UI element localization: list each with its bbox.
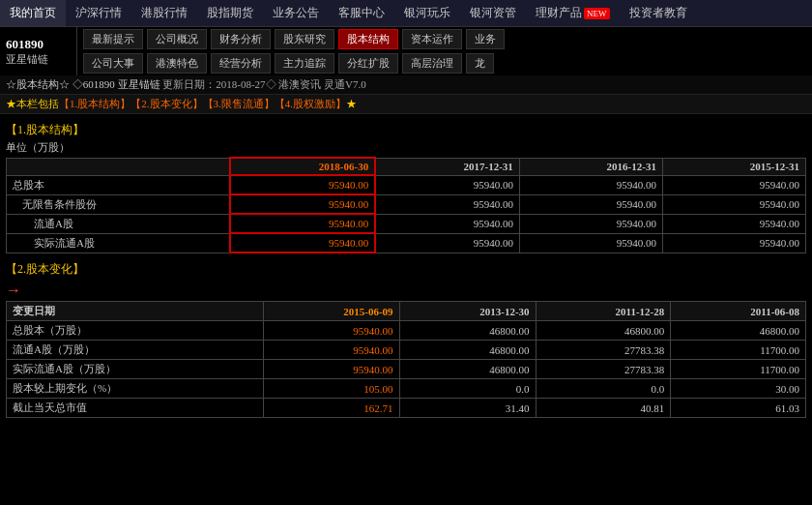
section2-title: 【2.股本变化】 [6, 261, 806, 278]
row-label: 流通A股（万股） [7, 341, 264, 360]
tab-capital-operations[interactable]: 资本运作 [402, 29, 462, 49]
cell-val: 95940.00 [375, 233, 519, 252]
tab-business[interactable]: 业务 [466, 29, 505, 49]
cell-val: 31.40 [399, 399, 536, 418]
top-navigation: 我的首页 沪深行情 港股行情 股指期货 业务公告 客服中心 银河玩乐 银河资管 … [0, 0, 812, 27]
cell-val: 27783.38 [536, 360, 671, 379]
cell-val: 95940.00 [662, 194, 805, 214]
down-arrow-icon: → [6, 282, 21, 298]
cell-val: 46800.00 [399, 360, 536, 379]
row-label: 总股本 [7, 175, 230, 194]
cell-val: 95940.00 [230, 233, 375, 252]
cell-val: 40.81 [536, 399, 671, 418]
nav-shanghai[interactable]: 沪深行情 [66, 0, 131, 26]
row-label: 截止当天总市值 [7, 399, 264, 418]
section1-title: 【1.股本结构】 [6, 122, 806, 138]
tab-company-events[interactable]: 公司大事 [83, 53, 143, 74]
tab-main-tracking[interactable]: 主力追踪 [275, 53, 334, 74]
cell-val: 95940.00 [519, 233, 662, 252]
cell-val: 46800.00 [536, 321, 671, 341]
cell-val: 95940.00 [519, 214, 662, 233]
table-row: 截止当天总市值 162.71 31.40 40.81 61.03 [7, 399, 806, 418]
nav-hk[interactable]: 港股行情 [131, 0, 197, 26]
tab-dividend[interactable]: 分红扩股 [338, 53, 398, 74]
section1-col-4: 2015-12-31 [662, 158, 805, 175]
row-label: 总股本（万股） [7, 321, 264, 341]
section1-header-label [7, 158, 230, 175]
tab-row-1: 最新提示 公司概况 财务分析 股东研究 股本结构 资本运作 业务 [81, 27, 812, 51]
cell-val: 46800.00 [399, 321, 536, 341]
cell-val: 11700.00 [671, 341, 806, 360]
section1-col-3: 2016-12-31 [519, 158, 662, 175]
cell-val: 95940.00 [519, 175, 662, 194]
highlight-item-3: 【3.限售流通】 [203, 98, 275, 109]
section2-container: 【2.股本变化】 → 变更日期 2015-06-09 2013-12-30 20… [6, 261, 806, 418]
nav-entertainment[interactable]: 银河玩乐 [394, 0, 460, 26]
section1-table: 2018-06-30 2017-12-31 2016-12-31 2015-12… [6, 157, 806, 253]
cell-val: 30.00 [671, 379, 806, 399]
section-highlight-bar: ★本栏包括【1.股本结构】【2.股本变化】【3.限售流通】【4.股权激励】★ [0, 95, 812, 114]
tab-hk-special[interactable]: 港澳特色 [147, 53, 207, 74]
cell-val: 0.0 [536, 379, 671, 399]
table-row: 实际流通A股 95940.00 95940.00 95940.00 95940.… [7, 233, 806, 252]
section2-table: 变更日期 2015-06-09 2013-12-30 2011-12-28 20… [6, 301, 806, 418]
cell-val: 95940.00 [662, 233, 805, 252]
stock-code-area: 601890 亚星锚链 [0, 27, 77, 75]
nav-education[interactable]: 投资者教育 [620, 0, 697, 26]
nav-futures[interactable]: 股指期货 [197, 0, 263, 26]
section2-arrow: → [6, 280, 806, 301]
section2-col-header-2: 2013-12-30 [399, 302, 536, 321]
section1-unit: 单位（万股） [6, 140, 806, 155]
section1-col-1: 2018-06-30 [230, 158, 375, 175]
section2-col-header-0: 变更日期 [7, 302, 264, 321]
row-label: 流通A股 [7, 214, 230, 233]
cell-val: 95940.00 [662, 175, 805, 194]
cell-val: 95940.00 [519, 194, 662, 214]
tab-latest-tips[interactable]: 最新提示 [83, 29, 143, 49]
info-code: 601890 [83, 78, 115, 90]
section2-col-header-4: 2011-06-08 [671, 302, 806, 321]
nav-asset-mgmt[interactable]: 银河资管 [460, 0, 526, 26]
section2-col-header-3: 2011-12-28 [536, 302, 671, 321]
main-content: 【1.股本结构】 单位（万股） 2018-06-30 2017-12-31 20… [0, 114, 812, 422]
info-name: 亚星锚链 [118, 78, 160, 90]
stock-code: 601890 [6, 37, 71, 52]
tab-governance[interactable]: 高层治理 [402, 53, 462, 74]
tab-shareholder-research[interactable]: 股东研究 [275, 29, 334, 49]
tab-operation-analysis[interactable]: 经营分析 [211, 53, 271, 74]
row-label: 无限售条件股份 [7, 194, 230, 214]
cell-val: 95940.00 [375, 194, 519, 214]
nav-announcements[interactable]: 业务公告 [263, 0, 329, 26]
highlight-item-1: 【1.股本结构】 [59, 98, 130, 109]
cell-val: 95940.00 [263, 341, 399, 360]
nav-financial[interactable]: 理财产品 NEW [526, 0, 620, 26]
row-label: 实际流通A股 [7, 233, 230, 252]
row-label: 实际流通A股（万股） [7, 360, 264, 379]
cell-val: 95940.00 [263, 360, 399, 379]
table-row: 股本较上期变化（%） 105.00 0.0 0.0 30.00 [7, 379, 806, 399]
table-row: 总股本 95940.00 95940.00 95940.00 95940.00 [7, 175, 806, 194]
nav-home[interactable]: 我的首页 [0, 0, 66, 26]
section1-col-2: 2017-12-31 [375, 158, 519, 175]
cell-val: 27783.38 [536, 341, 671, 360]
highlight-item-2: 【2.股本变化】 [130, 98, 202, 109]
tab-share-structure[interactable]: 股本结构 [338, 29, 398, 49]
section2-col-header-1: 2015-06-09 [263, 302, 399, 321]
cell-val: 162.71 [263, 399, 399, 418]
stock-name: 亚星锚链 [6, 52, 71, 67]
highlight-item-4: 【4.股权激励】 [275, 98, 346, 109]
cell-val: 0.0 [399, 379, 536, 399]
tab-area: 最新提示 公司概况 财务分析 股东研究 股本结构 资本运作 业务 公司大事 港澳… [77, 27, 812, 75]
tab-financial-analysis[interactable]: 财务分析 [211, 29, 271, 49]
info-bar: ☆股本结构☆ ◇601890 亚星锚链 更新日期：2018-08-27◇ 港澳资… [0, 75, 812, 95]
table-row: 实际流通A股（万股） 95940.00 46800.00 27783.38 11… [7, 360, 806, 379]
nav-service[interactable]: 客服中心 [329, 0, 394, 26]
cell-val: 46800.00 [671, 321, 806, 341]
info-icon: ☆股本结构☆ ◇ [6, 78, 83, 90]
cell-val: 95940.00 [230, 214, 375, 233]
table-row: 流通A股（万股） 95940.00 46800.00 27783.38 1170… [7, 341, 806, 360]
tab-company-overview[interactable]: 公司概况 [147, 29, 207, 49]
tab-dragon[interactable]: 龙 [466, 53, 494, 74]
row-label: 股本较上期变化（%） [7, 379, 264, 399]
cell-val: 95940.00 [375, 175, 519, 194]
